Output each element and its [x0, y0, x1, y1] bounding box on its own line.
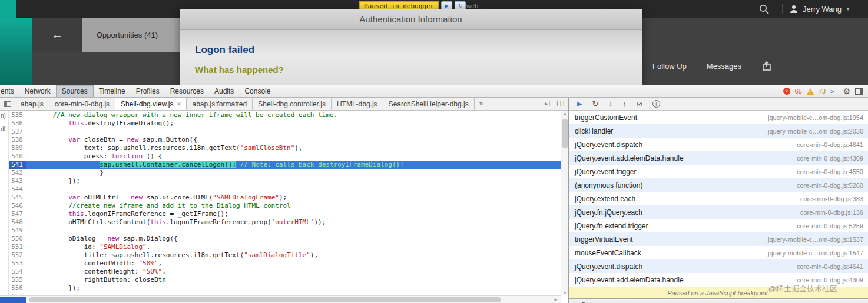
settings-gear-icon[interactable]: ⚙ — [843, 87, 850, 95]
share-icon[interactable] — [761, 61, 772, 71]
search-button[interactable] — [758, 4, 770, 15]
panel-columns-icon[interactable]: ||| — [556, 101, 565, 106]
call-stack-frame[interactable]: jQuery.event.dispatchcore-min-0-dbg.js:4… — [569, 259, 868, 273]
frame-location: core-min-0-dbg.js:5260 — [797, 182, 868, 189]
file-tab-shell-dbg-view-js[interactable]: Shell-dbg.view.js× — [115, 98, 187, 110]
watermark: @稀土掘金技术社区 — [768, 284, 837, 294]
code-row: 544 — [9, 185, 561, 194]
code-line: } — [26, 169, 561, 177]
call-stack-frame[interactable]: triggerCustomEventjquery-mobile-c…om-dbg… — [569, 111, 868, 124]
line-number[interactable]: 548 — [9, 218, 26, 227]
code-row: 540 press: function () { — [9, 152, 561, 161]
call-stack-list: triggerCustomEventjquery-mobile-c…om-dbg… — [569, 111, 868, 287]
scroll-down-arrow[interactable]: ▼ — [561, 291, 568, 295]
console-drawer-icon[interactable]: >_ — [830, 88, 838, 95]
resume-script-button[interactable]: ▶ — [577, 100, 582, 108]
tab-audits[interactable]: Audits — [209, 85, 239, 97]
call-stack-frame[interactable]: (anonymous function)core-min-0-dbg.js:52… — [569, 178, 868, 192]
expand-sidebar-icon[interactable]: ▶| — [545, 101, 551, 106]
call-stack-frame[interactable]: triggerVirtualEventjquery-mobile-c…om-db… — [569, 232, 868, 246]
vertical-scroll-thumb[interactable] — [562, 119, 568, 148]
frame-function: jQuery.event.add.elemData.handle — [569, 154, 684, 162]
user-icon — [789, 4, 799, 14]
more-tabs-button[interactable]: » — [475, 98, 488, 110]
file-tab-html-dbg-js[interactable]: HTML-dbg.js — [332, 98, 383, 110]
line-number[interactable]: 542 — [9, 169, 26, 177]
call-stack-frame[interactable]: jQuery.extend.eachcore-min-0-dbg.js:383 — [569, 192, 868, 205]
scope-section-header[interactable]: ▼ Scope — [569, 298, 868, 303]
call-stack-frame[interactable]: jQuery.event.dispatchcore-min-0-dbg.js:4… — [569, 138, 868, 151]
frame-location: jquery-mobile-c…om-dbg.js:1954 — [768, 114, 868, 121]
line-number[interactable]: 539 — [9, 144, 26, 152]
error-icon[interactable]: × — [783, 88, 790, 95]
line-number[interactable]: 547 — [9, 210, 26, 218]
line-number[interactable]: 549 — [9, 227, 26, 235]
pause-on-exceptions-button[interactable]: ∥ — [652, 100, 660, 108]
source-editor[interactable]: n) df 535 //A new dialog wrapper with a … — [0, 111, 568, 303]
code-segment: "samlCloseBtn" — [240, 144, 295, 152]
deactivate-breakpoints-button[interactable]: ⊘ — [636, 99, 642, 108]
dock-side-icon[interactable] — [855, 88, 863, 95]
scroll-up-arrow[interactable]: ▲ — [561, 111, 568, 115]
line-number[interactable]: 551 — [9, 243, 26, 251]
editor-horizontal-scrollbar[interactable]: ► — [0, 295, 561, 303]
call-stack-frame[interactable]: jQuery.event.triggercore-min-0-dbg.js:45… — [569, 165, 868, 178]
error-count[interactable]: 65 — [795, 88, 802, 95]
file-tab-abap-js[interactable]: abap.js — [15, 98, 49, 110]
tab-sources[interactable]: Sources — [56, 85, 94, 97]
follow-up-button[interactable]: Follow Up — [652, 62, 687, 71]
line-number[interactable]: 535 — [9, 111, 26, 119]
tab-console[interactable]: Console — [239, 85, 276, 97]
call-stack-frame[interactable]: jQuery.fn.extend.triggercore-min-0-dbg.j… — [569, 219, 868, 232]
frame-function: (anonymous function) — [569, 181, 642, 189]
step-over-button[interactable]: ↻ — [592, 99, 598, 108]
file-tab-abap-js-formatted[interactable]: abap.js:formatted — [187, 98, 253, 110]
code-segment: .logonIFrameReference = _getIFrame(); — [84, 210, 228, 218]
line-number[interactable]: 541 — [9, 161, 26, 169]
user-menu[interactable]: Jerry Wang ▼ — [789, 3, 850, 15]
file-tab-shell-dbg-controller-js[interactable]: Shell-dbg.controller.js — [253, 98, 332, 110]
line-number[interactable]: 553 — [9, 259, 26, 268]
line-number[interactable]: 550 — [9, 235, 26, 243]
launchpad-side-strip — [0, 18, 32, 85]
navigator-toggle-icon[interactable] — [0, 98, 15, 110]
warning-icon[interactable]: ! — [807, 88, 814, 95]
line-number[interactable]: 554 — [9, 268, 26, 276]
call-stack-frame[interactable]: jQuery.event.add.elemData.handlecore-min… — [569, 151, 868, 165]
file-tab-searchshellhelper-dbg-js[interactable]: SearchShellHelper-dbg.js — [383, 98, 475, 110]
close-tab-icon[interactable]: × — [177, 100, 181, 108]
code-segment: ), — [310, 251, 318, 259]
line-number[interactable]: 543 — [9, 177, 26, 185]
tab-profiles[interactable]: Profiles — [131, 85, 165, 97]
line-number[interactable]: 545 — [9, 194, 26, 202]
call-stack-frame[interactable]: mouseEventCallbackjquery-mobile-c…om-dbg… — [569, 246, 868, 259]
line-number[interactable]: 544 — [9, 185, 26, 194]
code-segment: closeBtn = — [80, 136, 127, 144]
tab-ents[interactable]: ents — [0, 85, 19, 97]
call-stack-frame[interactable]: jQuery.fn.jQuery.eachcore-min-0-dbg.js:1… — [569, 205, 868, 219]
frame-location: jquery-mobile-c…om-dbg.js:2030 — [768, 128, 868, 135]
line-number[interactable]: 552 — [9, 251, 26, 259]
call-stack-frame[interactable]: clickHandlerjquery-mobile-c…om-dbg.js:20… — [569, 124, 868, 138]
frame-location: core-min-0-dbg.js:4309 — [797, 277, 868, 284]
step-out-button[interactable]: ↑ — [622, 99, 627, 108]
tab-network[interactable]: Network — [19, 85, 56, 97]
line-number[interactable]: 537 — [9, 128, 26, 136]
tab-timeline[interactable]: Timeline — [94, 85, 131, 97]
line-number[interactable]: 536 — [9, 119, 26, 128]
code-row: 545 var oHTMLCtrl = new sap.ui.core.HTML… — [9, 194, 561, 202]
line-number[interactable]: 555 — [9, 276, 26, 284]
line-number[interactable]: 540 — [9, 152, 26, 161]
line-number[interactable]: 538 — [9, 136, 26, 144]
editor-vertical-scrollbar[interactable]: ▲ ▼ — [561, 111, 568, 295]
warning-count[interactable]: 73 — [819, 88, 826, 95]
file-tab-core-min-0-dbg-js[interactable]: core-min-0-dbg.js — [49, 98, 115, 110]
tab-resources[interactable]: Resources — [165, 85, 209, 97]
messages-button[interactable]: Messages — [707, 62, 741, 71]
scroll-right-arrow[interactable]: ► — [554, 297, 558, 302]
horizontal-scroll-thumb[interactable] — [29, 297, 501, 302]
line-number[interactable]: 546 — [9, 202, 26, 210]
step-into-button[interactable]: ↓ — [608, 99, 612, 108]
back-button[interactable]: ← — [32, 18, 82, 52]
line-number[interactable]: 556 — [9, 284, 26, 292]
